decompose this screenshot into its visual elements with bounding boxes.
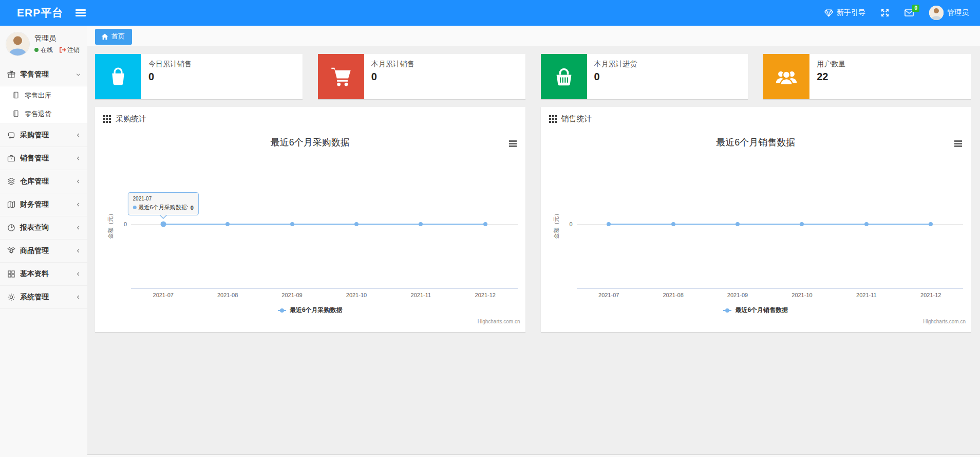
username-label: 管理员 [947,8,969,17]
chart-panels-row: 采购统计 最近6个月采购数据金额（元）02021-072021-082021-0… [95,107,971,332]
data-point[interactable] [671,222,675,226]
chevron-left-icon [76,179,81,185]
plot-area: 2021-072021-082021-092021-102021-112021-… [577,131,964,332]
gem-icon [824,9,833,17]
shopping-bag-icon [95,54,141,99]
fullscreen-icon [881,9,889,17]
purchase-stats-panel: 采购统计 最近6个月采购数据金额（元）02021-072021-082021-0… [95,107,525,332]
repeat-icon [7,131,15,139]
user-menu[interactable]: 管理员 [929,6,969,20]
online-status-dot [34,48,39,52]
data-point[interactable] [483,222,487,226]
sidebar: 管理员 在线 注销 零售管理 [0,26,87,457]
chart-credits-link[interactable]: Highcharts.com.cn [478,319,520,324]
y-axis-tick-label: 0 [569,221,572,227]
document-icon [12,92,21,100]
sidebar-item-retail-return[interactable]: 零售退货 [0,105,87,123]
legend-label: 最近6个月采购数据 [290,306,343,315]
data-point[interactable] [419,222,423,226]
sidebar-item-label: 零售管理 [20,70,49,79]
users-icon [763,54,809,99]
layers-icon [7,177,15,186]
logout-link[interactable]: 注销 [59,46,80,54]
stat-card-label: 本月累计销售 [371,60,414,69]
sidebar-username: 管理员 [34,34,80,43]
plot-area: 2021-072021-082021-092021-102021-112021-… [131,131,518,332]
sales-stats-panel: 销售统计 最近6个月销售数据金额（元）02021-072021-082021-0… [541,107,971,332]
online-status-label: 在线 [41,46,53,54]
sidebar-menu: 零售管理 零售出库 零售退货 采购管理 [0,63,87,309]
sidebar-item-reports[interactable]: 报表查询 [0,216,87,240]
data-point[interactable] [225,222,230,226]
data-point[interactable] [607,222,611,226]
guide-label: 新手引导 [837,8,865,17]
tooltip-arrow [160,214,167,218]
hamburger-icon [76,9,86,17]
chevron-down-icon [76,72,81,78]
chart-legend[interactable]: 最近6个月销售数据 [541,306,971,315]
panel-title: 采购统计 [116,114,146,124]
stat-card-value: 0 [148,71,192,83]
purchase-chart: 最近6个月采购数据金额（元）02021-072021-082021-092021… [95,131,525,332]
x-axis-tick-label: 2021-11 [411,292,431,298]
stat-card-today-sales: 今日累计销售 0 [95,54,303,99]
main-area: 首页 今日累计销售 0 本月累计销售 0 [87,26,980,457]
guide-link[interactable]: 新手引导 [824,8,865,17]
message-count-badge: 0 [912,5,919,12]
sidebar-item-finance[interactable]: 财务管理 [0,193,87,216]
sidebar-item-basics[interactable]: 基本资料 [0,263,87,286]
tooltip-header: 2021-07 [133,196,194,202]
sidebar-item-sales[interactable]: 销售管理 [0,147,87,170]
gear-icon [7,293,15,301]
data-point[interactable] [929,222,933,226]
stat-card-label: 今日累计销售 [148,60,192,69]
legend-marker [723,307,731,314]
sign-out-icon [59,47,66,53]
chart-legend[interactable]: 最近6个月采购数据 [95,306,525,315]
footer [87,454,980,457]
data-point[interactable] [354,222,359,226]
chart-credits-link[interactable]: Highcharts.com.cn [923,319,966,324]
chart-tooltip: 2021-07最近6个月采购数据: 0 [128,192,199,215]
series-marker-dot [133,206,137,209]
fullscreen-button[interactable] [881,9,889,17]
data-point[interactable] [864,222,869,226]
x-axis-tick-label: 2021-08 [663,292,683,298]
dashboard-content: 今日累计销售 0 本月累计销售 0 本月累计进货 0 [87,46,980,332]
legend-marker [278,307,286,314]
chevron-left-icon [76,295,81,300]
data-point[interactable] [736,222,740,226]
x-axis-line [577,288,964,289]
top-navbar: ERP平台 新手引导 0 管理员 [0,0,980,26]
tab-home[interactable]: 首页 [95,29,132,45]
pie-chart-icon [7,224,15,232]
data-point[interactable] [160,222,166,227]
avatar [6,32,29,56]
sidebar-item-purchase[interactable]: 采购管理 [0,124,87,147]
sidebar-item-label: 财务管理 [20,200,49,209]
data-point[interactable] [290,222,294,226]
sidebar-user-panel: 管理员 在线 注销 [0,26,87,63]
data-point[interactable] [800,222,804,226]
sidebar-toggle-button[interactable] [72,6,89,20]
sidebar-item-system[interactable]: 系统管理 [0,286,87,309]
sidebar-item-label: 销售管理 [20,154,49,163]
sidebar-item-warehouse[interactable]: 仓库管理 [0,170,87,193]
sidebar-item-retail[interactable]: 零售管理 [0,63,87,86]
x-axis-tick-label: 2021-09 [727,292,748,298]
app-logo[interactable]: ERP平台 [0,6,72,20]
briefcase-icon [7,154,15,162]
stat-card-value: 0 [371,71,414,83]
sidebar-submenu-retail: 零售出库 零售退货 [0,86,87,124]
x-axis-tick-label: 2021-09 [281,292,302,298]
x-axis-tick-label: 2021-12 [475,292,496,298]
stat-card-label: 本月累计进货 [594,60,637,69]
chevron-left-icon [76,202,81,208]
series-line [609,224,931,225]
shopping-basket-icon [541,54,587,99]
sidebar-item-retail-outbound[interactable]: 零售出库 [0,86,87,105]
messages-button[interactable]: 0 [904,9,914,16]
chevron-left-icon [76,156,81,161]
sidebar-item-goods[interactable]: 商品管理 [0,240,87,263]
x-axis-line [131,288,518,289]
